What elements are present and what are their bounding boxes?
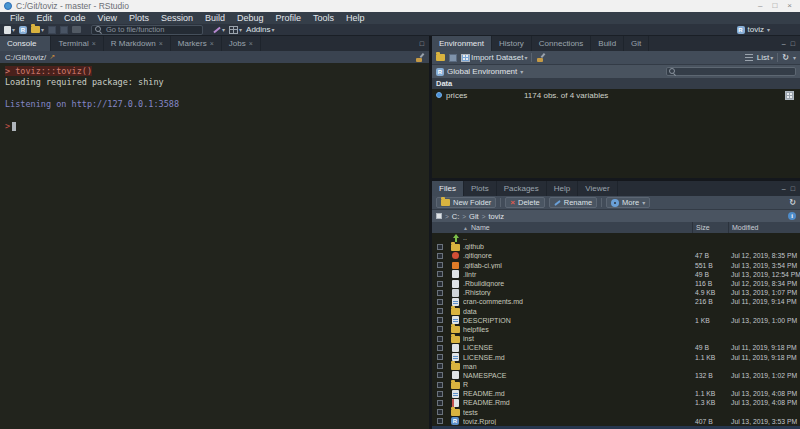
environment-object-row[interactable]: prices 1174 obs. of 4 variables — [432, 89, 800, 101]
files-tab[interactable]: Help — [547, 181, 578, 196]
file-name[interactable]: LICENSE.md — [463, 354, 505, 361]
menu-item[interactable]: View — [92, 12, 123, 24]
load-workspace-icon[interactable] — [436, 54, 445, 61]
maximize-pane-icon[interactable]: □ — [420, 40, 424, 47]
file-row[interactable]: .Rbuildignore 116 B Jul 12, 2019, 8:34 P… — [432, 279, 800, 288]
file-row[interactable]: README.md 1.1 KB Jul 13, 2019, 4:08 PM — [432, 389, 800, 398]
file-name[interactable]: .Rhistory — [463, 289, 491, 296]
menu-item[interactable]: Session — [155, 12, 199, 24]
file-checkbox[interactable] — [437, 382, 443, 388]
file-name[interactable]: helpfiles — [463, 326, 489, 333]
menu-item[interactable]: Debug — [231, 12, 270, 24]
file-name[interactable]: tests — [463, 409, 478, 416]
console-tab[interactable]: Markers × — [171, 36, 222, 51]
console-tab[interactable]: Console × — [0, 36, 51, 51]
console-tab[interactable]: Terminal × — [51, 36, 103, 51]
file-name[interactable]: .gitlab-ci.yml — [463, 262, 502, 269]
file-row[interactable]: .. — [432, 233, 800, 242]
environment-search-input[interactable] — [666, 67, 796, 76]
file-checkbox[interactable] — [437, 271, 443, 277]
menu-item[interactable]: Plots — [123, 12, 155, 24]
goto-file-input[interactable]: Go to file/function — [91, 25, 203, 35]
file-name[interactable]: NAMESPACE — [463, 372, 506, 379]
view-data-icon[interactable] — [785, 91, 794, 100]
environment-tab[interactable]: History — [492, 36, 532, 51]
refresh-icon[interactable]: ↻ — [782, 54, 789, 62]
file-name[interactable]: README.md — [463, 390, 505, 397]
maximize-pane-icon[interactable]: □ — [791, 40, 795, 47]
file-checkbox[interactable] — [437, 262, 443, 268]
environment-tab[interactable]: Connections — [532, 36, 591, 51]
file-row[interactable]: NAMESPACE 132 B Jul 13, 2019, 1:02 PM — [432, 371, 800, 380]
console-tab[interactable]: Jobs × — [222, 36, 261, 51]
file-row[interactable]: tests — [432, 408, 800, 417]
more-button[interactable]: More ▾ — [606, 197, 650, 208]
goto-directory-icon[interactable]: ↗ — [49, 53, 55, 61]
file-name[interactable]: README.Rmd — [463, 399, 510, 406]
file-row[interactable]: .gitignore 47 B Jul 12, 2019, 8:35 PM — [432, 251, 800, 260]
maximize-window-icon[interactable]: □ — [772, 0, 777, 12]
close-window-icon[interactable]: × — [787, 0, 792, 12]
close-tab-icon[interactable]: × — [159, 40, 163, 47]
breadcrumb-item[interactable]: toviz — [488, 212, 503, 221]
save-workspace-icon[interactable] — [449, 54, 457, 62]
files-tab[interactable]: Plots — [464, 181, 497, 196]
file-checkbox[interactable] — [437, 418, 443, 424]
file-row[interactable]: helpfiles — [432, 325, 800, 334]
environment-tab[interactable]: Environment — [432, 36, 492, 51]
console-prompt[interactable]: > — [5, 121, 424, 132]
close-tab-icon[interactable]: × — [249, 40, 253, 47]
info-icon[interactable] — [788, 212, 796, 220]
file-name[interactable]: R — [463, 381, 468, 388]
files-tab[interactable]: Packages — [497, 181, 547, 196]
environment-scope[interactable]: Global Environment — [447, 67, 517, 76]
new-folder-button[interactable]: New Folder — [436, 197, 496, 208]
file-row[interactable]: .gitlab-ci.yml 551 B Jul 13, 2019, 3:54 … — [432, 261, 800, 270]
menu-item[interactable]: Build — [199, 12, 231, 24]
file-name[interactable]: LICENSE — [463, 344, 493, 351]
file-row[interactable]: cran-comments.md 216 B Jul 11, 2019, 9:1… — [432, 297, 800, 306]
file-checkbox[interactable] — [437, 400, 443, 406]
list-mode-button[interactable]: List ▾ — [757, 53, 773, 62]
clear-console-icon[interactable] — [415, 53, 424, 62]
file-row[interactable]: R — [432, 380, 800, 389]
console-output[interactable]: > toviz:::toviz() Loading required packa… — [0, 63, 429, 429]
file-name[interactable]: .Rbuildignore — [463, 280, 504, 287]
file-name[interactable]: .lintr — [463, 271, 476, 278]
file-checkbox[interactable] — [437, 326, 443, 332]
file-name[interactable]: cran-comments.md — [463, 298, 523, 305]
file-checkbox[interactable] — [437, 308, 443, 314]
file-name[interactable]: DESCRIPTION — [463, 317, 511, 324]
file-checkbox[interactable] — [437, 336, 443, 342]
file-name[interactable]: .. — [463, 234, 467, 241]
file-row[interactable]: man — [432, 362, 800, 371]
menu-item[interactable]: Edit — [31, 12, 59, 24]
file-row[interactable]: README.Rmd 1.3 KB Jul 13, 2019, 4:08 PM — [432, 398, 800, 407]
menu-item[interactable]: File — [4, 12, 31, 24]
menu-item[interactable]: Tools — [307, 12, 340, 24]
file-row[interactable]: .github — [432, 242, 800, 251]
column-size[interactable]: Size — [692, 222, 728, 233]
file-name[interactable]: .github — [463, 243, 484, 250]
column-modified[interactable]: Modified — [728, 222, 800, 233]
file-row[interactable]: DESCRIPTION 1 KB Jul 13, 2019, 1:00 PM — [432, 316, 800, 325]
close-tab-icon[interactable]: × — [92, 40, 96, 47]
environment-tab[interactable]: Git — [624, 36, 649, 51]
menu-item[interactable]: Help — [340, 12, 371, 24]
file-checkbox[interactable] — [437, 253, 443, 259]
rename-button[interactable]: Rename — [549, 197, 597, 208]
menu-item[interactable]: Profile — [270, 12, 308, 24]
close-tab-icon[interactable]: × — [210, 40, 214, 47]
file-checkbox[interactable] — [437, 409, 443, 415]
breadcrumb-item[interactable]: C: — [452, 212, 460, 221]
file-row[interactable]: toviz.Rproj 407 B Jul 13, 2019, 3:53 PM — [432, 417, 800, 426]
refresh-icon[interactable]: ↻ — [789, 199, 796, 207]
minimize-pane-icon[interactable]: – — [782, 185, 786, 192]
file-name[interactable]: .gitignore — [463, 252, 492, 259]
file-row[interactable]: .lintr 49 B Jul 13, 2019, 12:54 PM — [432, 270, 800, 279]
file-row[interactable]: inst — [432, 334, 800, 343]
file-checkbox[interactable] — [437, 345, 443, 351]
project-selector[interactable]: toviz ▾ — [737, 25, 796, 34]
import-dataset-button[interactable]: Import Dataset ▾ — [461, 53, 527, 62]
environment-tab[interactable]: Build — [591, 36, 624, 51]
